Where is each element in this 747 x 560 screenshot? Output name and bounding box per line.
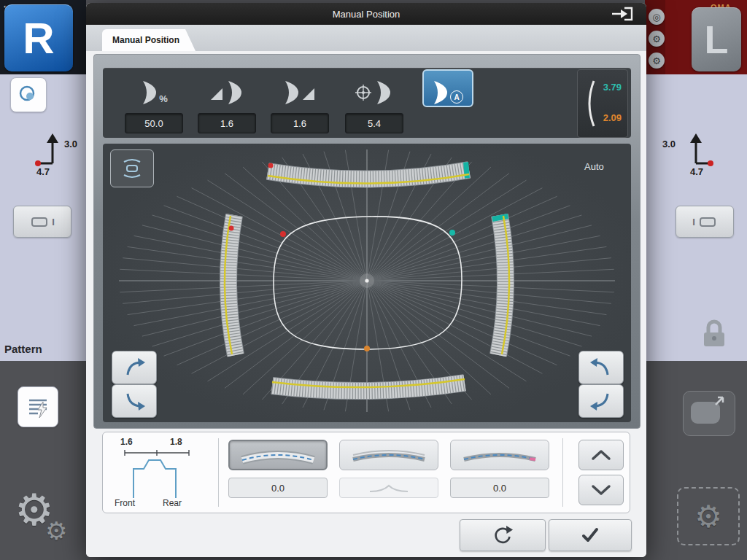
bevel-curve-glyph (367, 483, 411, 493)
bevel-type-standard-button[interactable] (228, 440, 328, 470)
center-dot (365, 279, 368, 282)
right-width-value: 3.0 (662, 139, 676, 149)
left-width-value: 3.0 (64, 139, 77, 149)
manual-position-dialog: Manual Position Manual Position (86, 3, 646, 557)
target-lens-icon (355, 79, 390, 106)
drill-position-value[interactable]: 5.4 (345, 113, 403, 133)
bevel-strip-bottom (272, 379, 465, 391)
marker-red (280, 231, 286, 237)
tray-letter: I (52, 217, 55, 228)
step-up-button[interactable] (578, 440, 624, 470)
front-edge-button[interactable] (202, 71, 249, 106)
recalculate-button[interactable] (460, 519, 546, 551)
bevel-offset-icon (460, 445, 540, 465)
position-toolbar: % (103, 68, 631, 138)
content-panel: % (93, 54, 640, 429)
bevel-strip-left (225, 215, 236, 355)
percent-position-button[interactable]: % (129, 71, 176, 106)
lock-icon[interactable] (702, 318, 727, 349)
bevel-thin-icon (349, 445, 429, 465)
confirm-button[interactable] (549, 519, 632, 551)
gear-coin2-icon[interactable]: ⚙ (649, 52, 665, 69)
percent-symbol: % (159, 93, 168, 106)
reel-icon[interactable]: ◎ (649, 9, 665, 25)
left-eye-label: L (705, 17, 729, 62)
exit-door-icon (608, 5, 635, 23)
bevel-profile-diagram (115, 448, 199, 501)
size-arrow-right (681, 130, 716, 168)
right-height-value: 4.7 (690, 166, 703, 177)
tool-change-button[interactable]: ⚙ (677, 487, 740, 545)
lens-wedge-icon (282, 79, 314, 106)
drill-position-button[interactable] (349, 71, 396, 106)
tab-manual-position[interactable]: Manual Position (102, 29, 196, 51)
tray-icon-right (698, 214, 717, 229)
strip-display-button[interactable] (110, 149, 154, 187)
rear-edge-button[interactable] (275, 71, 322, 106)
divider (562, 438, 563, 507)
front-edge-value[interactable]: 1.6 (198, 113, 256, 133)
bevel-value-3[interactable]: 0.0 (450, 478, 549, 498)
step-down-button[interactable] (578, 475, 624, 505)
curve-values-panel: 3.79 2.09 (577, 69, 628, 138)
pattern-section-label: Pattern (4, 343, 42, 355)
bevel-type-offset-button[interactable] (450, 440, 549, 470)
left-eye-tile[interactable]: L (692, 7, 741, 71)
settings-small-gear-icon[interactable]: ⚙ (45, 516, 67, 545)
bevel-type-thin-button[interactable] (339, 440, 438, 470)
dialog-title: Manual Position (333, 9, 400, 20)
rotate-ccw-down-icon (589, 391, 613, 411)
camera-button[interactable] (10, 77, 47, 112)
dialog-titlebar: Manual Position (86, 3, 646, 25)
right-eye-label: R (23, 13, 54, 63)
curve-icon (584, 78, 598, 129)
right-tray-button[interactable]: I (676, 206, 734, 238)
rotate-cw-up-button[interactable] (112, 351, 157, 384)
bevel-strip-right (498, 215, 509, 355)
gear-coin-icon[interactable]: ⚙ (649, 31, 665, 47)
auto-mode-button[interactable]: A (422, 69, 473, 107)
right-eye-tile[interactable]: R (4, 4, 73, 71)
left-tray-button[interactable]: I (13, 206, 71, 238)
dialog-body: % (86, 51, 646, 557)
machine-screen: ↔ R ◎ ⚙ ⚙ OMA L 3.0 4.7 I Pattern ⚙ ⚙ 3.… (0, 0, 747, 560)
bevel-value-1[interactable]: 0.0 (228, 478, 328, 498)
bevel-settings-panel: 1.6 1.8 Front Rear (102, 432, 630, 513)
rear-thickness-value: 1.8 (170, 437, 182, 447)
tray-letter-right: I (692, 217, 695, 228)
bevel-value-2-disabled (339, 478, 438, 498)
checkmark-icon (579, 526, 601, 545)
tab-label: Manual Position (112, 35, 179, 45)
tab-strip: Manual Position (86, 25, 646, 51)
refresh-icon (492, 525, 513, 545)
rotate-ccw-down-button[interactable] (578, 384, 624, 418)
rear-edge-value[interactable]: 1.6 (271, 113, 329, 133)
rotate-cw-up-icon (123, 357, 146, 378)
rotate-ccw-up-icon (589, 357, 613, 378)
marker-orange (364, 346, 370, 351)
left-height-value: 4.7 (36, 166, 50, 177)
chevron-down-icon (589, 483, 614, 497)
job-lightning-icon (24, 393, 52, 421)
rotate-cw-down-icon (123, 391, 146, 411)
clamp-button[interactable] (683, 391, 735, 436)
rear-label: Rear (163, 498, 182, 508)
front-thickness-value: 1.6 (120, 437, 133, 447)
clamp-icon (684, 392, 735, 435)
front-curve-value: 3.79 (603, 82, 622, 93)
auto-letter: A (450, 90, 463, 104)
marker-teal (449, 230, 455, 236)
mode-label: Auto (584, 161, 604, 172)
percent-position-value[interactable]: 50.0 (125, 113, 183, 133)
strip-display-icon (119, 155, 145, 182)
divider (218, 438, 219, 507)
bevel-standard-icon (238, 445, 318, 465)
exit-button[interactable] (607, 5, 636, 23)
front-label: Front (115, 498, 135, 508)
wedge-lens-icon (209, 79, 241, 106)
rotate-cw-down-button[interactable] (112, 384, 157, 418)
lens-auto-icon (433, 79, 449, 106)
rotate-ccw-up-button[interactable] (578, 351, 624, 384)
job-list-button[interactable] (18, 386, 58, 427)
lens-view: Auto (103, 144, 631, 422)
